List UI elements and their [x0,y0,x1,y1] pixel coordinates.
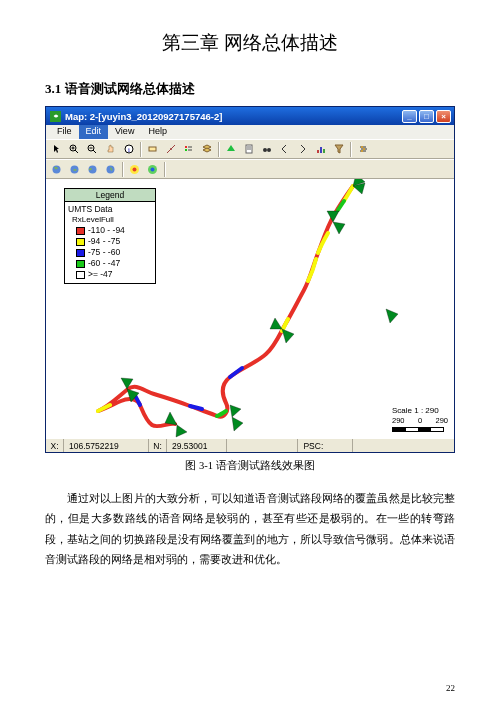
svg-rect-21 [317,150,319,153]
menu-file[interactable]: File [50,125,79,139]
coverage2-icon[interactable] [144,161,161,178]
prev-icon[interactable] [276,141,293,158]
filter-icon[interactable] [330,141,347,158]
label-icon[interactable] [144,141,161,158]
svg-rect-12 [185,146,187,148]
coverage1-icon[interactable] [126,161,143,178]
info-icon[interactable]: i [120,141,137,158]
window-title: Map: 2-[yuyin3_20120927175746-2] [65,111,222,122]
globe1-icon[interactable] [48,161,65,178]
ruler-icon[interactable] [162,141,179,158]
menu-view[interactable]: View [108,125,141,139]
zoom-out-icon[interactable] [84,141,101,158]
figure-caption: 图 3-1 语音测试路线效果图 [45,459,455,473]
placeholder2-icon[interactable] [186,161,203,178]
menu-bar: File Edit View Help [46,125,454,139]
page-number: 22 [446,683,455,693]
globe2-icon[interactable] [66,161,83,178]
svg-line-1 [75,150,78,153]
legend-item-1: -94 - -75 [76,236,152,247]
placeholder1-icon[interactable] [168,161,185,178]
status-x-value: 106.5752219 [64,439,149,452]
pan-icon[interactable] [102,141,119,158]
toolbar-row-1: i [46,139,454,159]
chapter-title: 第三章 网络总体描述 [45,30,455,56]
globe4-icon[interactable] [102,161,119,178]
layers-icon[interactable] [198,141,215,158]
menu-edit[interactable]: Edit [79,125,109,139]
placeholder6-icon[interactable] [258,161,275,178]
legend-field-label: RxLevelFull [72,215,152,224]
svg-point-32 [133,167,137,171]
svg-point-26 [361,150,363,152]
svg-line-5 [93,150,96,153]
status-bar: X: 106.5752219 N: 29.53001 PSC: [46,438,454,452]
status-n-value: 29.53001 [167,439,227,452]
section-title: 3.1 语音测试网络总体描述 [45,80,455,98]
svg-point-27 [53,165,61,173]
app-icon [50,111,61,122]
legend-item-0: -110 - -94 [76,225,152,236]
globe3-icon[interactable] [84,161,101,178]
svg-point-25 [363,148,365,150]
legend-item-4: >= -47 [76,269,152,280]
status-psc: PSC: [298,439,353,452]
next-icon[interactable] [294,141,311,158]
legend-item-2: -75 - -60 [76,247,152,258]
status-x-label: X: [46,439,64,452]
svg-rect-23 [323,149,325,153]
placeholder5-icon[interactable] [240,161,257,178]
legend-item-3: -60 - -47 [76,258,152,269]
chart-icon[interactable] [312,141,329,158]
close-button[interactable]: × [436,110,451,123]
binoculars-icon[interactable] [258,141,275,158]
svg-point-20 [267,148,271,152]
body-paragraph: 通过对以上图片的大致分析，可以知道语音测试路段网络的覆盖虽然是比较完整的，但是大… [45,488,455,569]
legend-title: Legend [65,189,155,202]
legend-data-label: UMTS Data [68,204,152,214]
scale-indicator: Scale 1 : 290 290 0 290 [392,406,448,432]
separator [350,142,351,157]
toolbar-row-2 [46,159,454,179]
svg-rect-9 [149,147,156,151]
report-icon[interactable] [240,141,257,158]
placeholder4-icon[interactable] [222,161,239,178]
svg-text:i: i [128,146,130,154]
placeholder3-icon[interactable] [204,161,221,178]
minimize-button[interactable]: _ [402,110,417,123]
legend-panel[interactable]: Legend UMTS Data RxLevelFull -110 - -94 … [64,188,156,284]
pointer-icon[interactable] [48,141,65,158]
separator [164,162,165,177]
separator [140,142,141,157]
cell-icon[interactable] [222,141,239,158]
separator [218,142,219,157]
menu-help[interactable]: Help [141,125,174,139]
svg-point-19 [263,148,267,152]
settings-icon[interactable] [354,141,371,158]
status-n-label: N: [149,439,167,452]
window-titlebar: Map: 2-[yuyin3_20120927175746-2] _ □ × [46,107,454,125]
maximize-button[interactable]: □ [419,110,434,123]
svg-rect-13 [185,149,187,151]
svg-rect-22 [320,147,322,153]
svg-point-24 [361,146,363,148]
map-application-window: Map: 2-[yuyin3_20120927175746-2] _ □ × F… [45,106,455,453]
legend-icon[interactable] [180,141,197,158]
map-canvas[interactable]: Legend UMTS Data RxLevelFull -110 - -94 … [46,179,454,438]
zoom-in-icon[interactable] [66,141,83,158]
svg-point-11 [170,148,172,150]
svg-point-34 [151,167,155,171]
separator [122,162,123,177]
